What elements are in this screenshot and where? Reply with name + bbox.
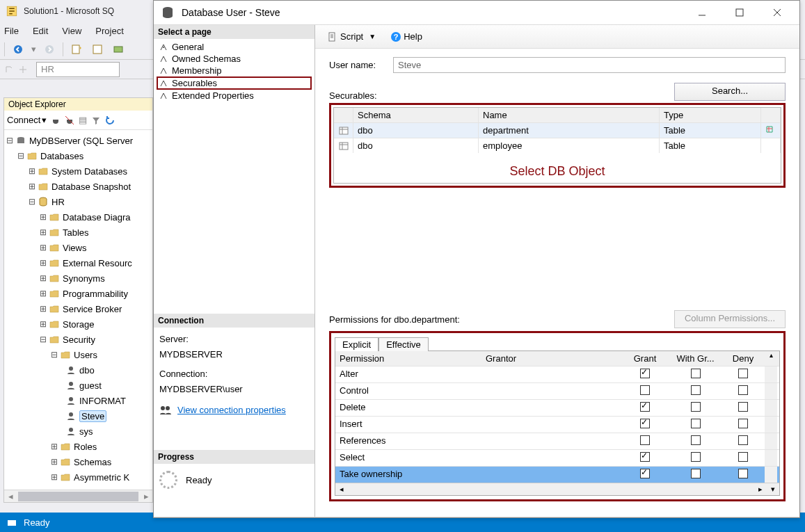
close-button[interactable] <box>762 3 792 22</box>
col-name[interactable]: Name <box>479 108 660 122</box>
nav-fwd-icon[interactable] <box>42 42 57 57</box>
col-schema[interactable]: Schema <box>353 108 479 122</box>
menu-project[interactable]: Project <box>95 26 123 36</box>
toolbar-icon-2[interactable] <box>90 42 105 57</box>
securables-grid[interactable]: Schema Name Type dbo department Table <box>333 107 781 184</box>
nav-general[interactable]: General <box>157 41 312 53</box>
deny-checkbox[interactable] <box>738 469 748 478</box>
tree-views[interactable]: Views <box>63 243 86 253</box>
col-grantor[interactable]: Grantor <box>481 351 621 366</box>
securable-row[interactable]: dbo employee Table <box>334 138 781 153</box>
connect-button[interactable]: Connect▾ <box>7 115 47 125</box>
permission-row[interactable]: Take ownership <box>335 466 779 483</box>
object-explorer-tree[interactable]: ⊟MyDBServer (SQL Server ⊟Databases ⊞Syst… <box>4 130 152 490</box>
tree-sys[interactable]: sys <box>79 426 93 437</box>
permission-row[interactable]: Select <box>335 449 779 466</box>
new-query-icon[interactable] <box>69 42 84 57</box>
tree-sb[interactable]: Service Broker <box>63 304 122 314</box>
plug-icon[interactable] <box>51 115 61 125</box>
t2-icon-2[interactable] <box>18 65 28 74</box>
tree-security[interactable]: Security <box>63 334 95 345</box>
tree-storage[interactable]: Storage <box>63 319 95 330</box>
tree-informat[interactable]: INFORMAT <box>79 396 126 406</box>
oe-horiz-scrollbar[interactable]: ◂ ▸ <box>4 490 152 502</box>
tree-dbo[interactable]: dbo <box>79 365 95 376</box>
nav-owned-schemas[interactable]: Owned Schemas <box>157 53 312 65</box>
with-grant-checkbox[interactable] <box>691 469 701 478</box>
col-with-grant[interactable]: With Gr... <box>669 351 722 366</box>
row-action-icon[interactable] <box>761 123 781 138</box>
grant-checkbox[interactable] <box>640 419 650 428</box>
grant-checkbox[interactable] <box>640 402 650 412</box>
col-permission[interactable]: Permission <box>335 351 481 366</box>
search-button[interactable]: Search... <box>674 83 786 101</box>
permission-row[interactable]: Insert <box>335 416 779 433</box>
permission-row[interactable]: Control <box>335 382 779 399</box>
help-button[interactable]: ? Help <box>387 29 427 44</box>
menu-file[interactable]: File <box>4 26 19 36</box>
grant-checkbox[interactable] <box>640 469 650 478</box>
view-connection-properties-link[interactable]: View connection properties <box>177 403 286 418</box>
plug-off-icon[interactable] <box>65 115 74 125</box>
dialog-titlebar[interactable]: Database User - Steve <box>154 1 799 24</box>
tree-diag[interactable]: Database Diagra <box>63 212 131 223</box>
deny-checkbox[interactable] <box>738 419 748 428</box>
grant-checkbox[interactable] <box>640 369 650 378</box>
scroll-up-icon[interactable]: ▴ <box>765 351 777 366</box>
permission-row[interactable]: Alter <box>335 366 779 382</box>
filter-icon[interactable]: ▤ <box>79 115 87 125</box>
col-deny[interactable]: Deny <box>722 351 765 366</box>
script-button[interactable]: Script ▼ <box>324 29 380 44</box>
with-grant-checkbox[interactable] <box>691 435 701 445</box>
menu-edit[interactable]: Edit <box>33 26 48 36</box>
with-grant-checkbox[interactable] <box>691 419 701 428</box>
tree-server[interactable]: MyDBServer (SQL Server <box>29 136 133 146</box>
nav-membership[interactable]: Membership <box>157 65 312 76</box>
nav-securables[interactable]: Securables <box>157 76 312 90</box>
permission-row[interactable]: Delete <box>335 399 779 416</box>
permissions-grid[interactable]: Permission Grantor Grant With Gr... Deny… <box>335 350 780 496</box>
menu-view[interactable]: View <box>62 26 81 36</box>
permission-row[interactable]: References <box>335 433 779 449</box>
col-grant[interactable]: Grant <box>621 351 669 366</box>
tree-ext[interactable]: External Resourc <box>63 258 132 268</box>
tree-snapshot[interactable]: Database Snapshot <box>51 182 131 192</box>
tab-explicit[interactable]: Explicit <box>335 337 378 351</box>
database-combo[interactable]: HR <box>36 62 120 77</box>
grant-checkbox[interactable] <box>640 385 650 395</box>
grant-checkbox[interactable] <box>640 452 650 462</box>
perm-horiz-scrollbar[interactable]: ◂▸ ▾ <box>335 483 779 495</box>
tree-hr[interactable]: HR <box>51 197 65 207</box>
maximize-button[interactable] <box>724 3 755 22</box>
deny-checkbox[interactable] <box>738 452 748 462</box>
oe-filter-icon[interactable] <box>91 115 101 125</box>
nav-back-icon[interactable] <box>10 42 26 57</box>
deny-checkbox[interactable] <box>738 385 748 395</box>
with-grant-checkbox[interactable] <box>691 452 701 462</box>
nav-extended-properties[interactable]: Extended Properties <box>157 90 312 102</box>
tree-schemas[interactable]: Schemas <box>74 457 111 467</box>
tree-tables[interactable]: Tables <box>63 227 89 238</box>
grant-checkbox[interactable] <box>640 435 650 445</box>
tree-asym[interactable]: Asymmetric K <box>74 472 129 483</box>
username-field[interactable]: Steve <box>393 57 786 73</box>
tree-roles[interactable]: Roles <box>74 442 97 452</box>
minimize-button[interactable] <box>687 3 717 22</box>
deny-checkbox[interactable] <box>738 369 748 378</box>
with-grant-checkbox[interactable] <box>691 385 701 395</box>
tab-effective[interactable]: Effective <box>378 337 429 351</box>
tree-syn[interactable]: Synonyms <box>63 273 105 284</box>
deny-checkbox[interactable] <box>738 435 748 445</box>
deny-checkbox[interactable] <box>738 402 748 412</box>
tree-users[interactable]: Users <box>74 350 97 360</box>
refresh-icon[interactable] <box>105 115 115 125</box>
col-type[interactable]: Type <box>660 108 761 122</box>
tree-databases[interactable]: Databases <box>40 151 83 161</box>
tree-sysdb[interactable]: System Databases <box>51 166 127 177</box>
tree-steve[interactable]: Steve <box>79 410 106 422</box>
toolbar-icon-3[interactable] <box>111 42 126 57</box>
with-grant-checkbox[interactable] <box>691 402 701 412</box>
tree-prog[interactable]: Programmability <box>63 289 128 299</box>
tree-guest[interactable]: guest <box>79 380 102 391</box>
securable-row[interactable]: dbo department Table <box>334 122 781 138</box>
